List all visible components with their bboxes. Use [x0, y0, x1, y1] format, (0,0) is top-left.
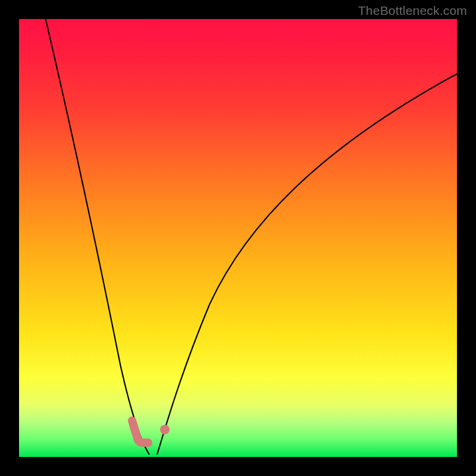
chart-stage: TheBottleneck.com	[0, 0, 476, 476]
left-curve	[43, 19, 149, 455]
l-shaped-marker	[132, 421, 148, 443]
watermark-text: TheBottleneck.com	[358, 4, 467, 18]
curve-layer	[19, 19, 457, 457]
curve-svg	[19, 19, 457, 457]
plot-area	[19, 19, 457, 457]
right-curve	[157, 73, 457, 455]
dot-marker	[160, 425, 170, 434]
